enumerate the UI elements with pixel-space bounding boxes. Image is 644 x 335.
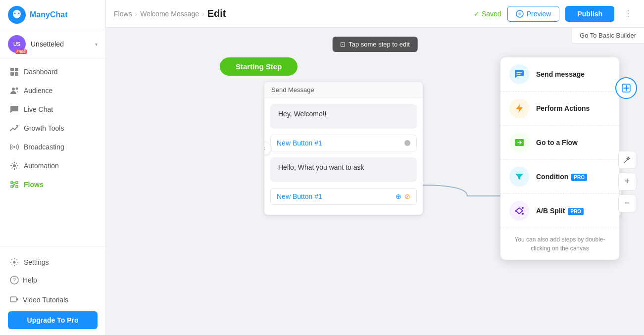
sidebar-item-settings[interactable]: Settings bbox=[8, 253, 98, 272]
more-options-button[interactable]: ⋮ bbox=[620, 6, 636, 22]
node-1-button-1[interactable]: New Button #1 bbox=[270, 135, 417, 151]
magic-wand-icon bbox=[623, 156, 631, 164]
panel-item-go-to-flow-label: Go to a Flow bbox=[536, 139, 578, 146]
video-icon bbox=[10, 295, 19, 304]
settings-icon bbox=[10, 258, 19, 267]
toolbar-zoom-out-button[interactable]: − bbox=[618, 194, 636, 212]
sidebar-item-help-label: Help bbox=[23, 276, 37, 284]
svg-point-21 bbox=[522, 207, 524, 209]
add-node-circle[interactable] bbox=[615, 77, 637, 99]
users-icon bbox=[10, 86, 19, 95]
panel-item-go-to-flow[interactable]: Go to a Flow bbox=[500, 126, 619, 160]
filter-icon bbox=[514, 171, 525, 182]
user-row[interactable]: US FREE Unsetteled ▾ bbox=[0, 30, 105, 58]
sidebar-item-growth-tools-label: Growth Tools bbox=[24, 124, 64, 132]
sidebar-item-help[interactable]: ? Help bbox=[8, 272, 98, 288]
ab-split-pro-badge: PRO bbox=[568, 208, 584, 215]
add-node-icon bbox=[621, 83, 631, 93]
tap-icon: ⊡ bbox=[340, 41, 346, 48]
help-icon: ? bbox=[10, 276, 19, 285]
automation-icon bbox=[10, 161, 19, 170]
panel-item-send-message[interactable]: Send message bbox=[500, 57, 619, 92]
node-1-header: Send Message bbox=[264, 82, 423, 98]
growth-icon bbox=[10, 124, 19, 133]
preview-label: Preview bbox=[527, 10, 551, 18]
sidebar-item-growth-tools[interactable]: Growth Tools bbox=[0, 119, 105, 138]
upgrade-button[interactable]: Upgrade To Pro bbox=[8, 311, 98, 329]
sidebar-item-flows[interactable]: Flows bbox=[0, 175, 105, 194]
message-bubble-icon bbox=[514, 69, 525, 80]
ellipsis-icon: ⋮ bbox=[624, 9, 632, 18]
breadcrumb-flows[interactable]: Flows bbox=[114, 10, 132, 18]
node-1-bubble-2: Hello, What you want to ask bbox=[270, 157, 417, 182]
sidebar-item-broadcasting-label: Broadcasting bbox=[24, 143, 64, 151]
manychat-logo-icon bbox=[8, 6, 26, 24]
saved-status: ✓ Saved bbox=[474, 10, 501, 18]
sidebar-item-video-tutorials[interactable]: Video Tutorials bbox=[8, 291, 98, 308]
svg-rect-6 bbox=[10, 72, 14, 76]
toolbar-add-button[interactable]: + bbox=[618, 173, 636, 191]
svg-point-2 bbox=[14, 13, 16, 14]
node-1-button-1-label: New Button #1 bbox=[277, 139, 322, 147]
basic-builder-button[interactable]: Go To Basic Builder bbox=[571, 28, 644, 44]
sidebar-item-dashboard[interactable]: Dashboard bbox=[0, 62, 105, 81]
sidebar-item-live-chat[interactable]: Live Chat bbox=[0, 100, 105, 119]
breadcrumb-sep-1: › bbox=[135, 10, 138, 18]
arrow-right-box-icon bbox=[514, 137, 525, 148]
saved-label: Saved bbox=[482, 10, 501, 18]
header-actions: ✓ Saved Preview Publish ⋮ bbox=[474, 6, 636, 22]
sidebar-item-dashboard-label: Dashboard bbox=[24, 68, 58, 76]
svg-text:?: ? bbox=[13, 278, 16, 283]
panel-item-condition[interactable]: ConditionPRO bbox=[500, 160, 619, 194]
sidebar-logo[interactable]: ManyChat bbox=[0, 0, 105, 30]
send-message-node-1[interactable]: Send Message Hey, Welcome!! New Button #… bbox=[264, 82, 423, 215]
panel-item-perform-actions[interactable]: Perform Actions bbox=[500, 92, 619, 126]
lightning-icon bbox=[514, 103, 525, 114]
sidebar-item-audience-label: Audience bbox=[24, 87, 52, 95]
sidebar-bottom: Settings ? Help Video Tutorials Upgrade … bbox=[0, 246, 105, 335]
ab-split-icon bbox=[514, 205, 525, 216]
node-1-button-2-icons: ⊕ ⊘ bbox=[396, 192, 410, 200]
svg-point-18 bbox=[518, 12, 521, 15]
publish-button[interactable]: Publish bbox=[565, 6, 614, 22]
panel-item-ab-split[interactable]: A/B SplitPRO bbox=[500, 194, 619, 228]
svg-point-13 bbox=[13, 261, 16, 264]
go-to-flow-icon-wrap bbox=[509, 133, 529, 152]
svg-rect-16 bbox=[10, 297, 16, 302]
canvas-toolbar: + − bbox=[618, 151, 636, 212]
sidebar: ManyChat US FREE Unsetteled ▾ Dashboard … bbox=[0, 0, 106, 335]
svg-point-10 bbox=[13, 146, 15, 148]
condition-icon-wrap bbox=[509, 167, 529, 187]
sidebar-item-automation-label: Automation bbox=[24, 162, 59, 170]
sidebar-item-live-chat-label: Live Chat bbox=[24, 105, 53, 113]
node-1-button-2[interactable]: New Button #1 ⊕ ⊘ bbox=[270, 188, 417, 205]
sidebar-item-settings-label: Settings bbox=[24, 258, 49, 266]
sidebar-item-automation[interactable]: Automation bbox=[0, 156, 105, 175]
preview-icon bbox=[516, 10, 524, 18]
toolbar-magic-button[interactable] bbox=[618, 151, 636, 169]
svg-point-9 bbox=[16, 88, 18, 90]
svg-rect-5 bbox=[15, 68, 18, 71]
free-badge: FREE bbox=[15, 49, 27, 54]
breadcrumb-welcome[interactable]: Welcome Message bbox=[140, 10, 199, 18]
breadcrumb-sep-2: › bbox=[202, 10, 204, 18]
node-1-button-1-connector[interactable] bbox=[404, 140, 410, 146]
send-message-icon-wrap bbox=[509, 64, 529, 84]
grid-icon bbox=[10, 67, 19, 76]
svg-point-22 bbox=[522, 213, 524, 215]
panel-item-send-message-label: Send message bbox=[536, 70, 585, 78]
preview-button[interactable]: Preview bbox=[507, 6, 560, 22]
svg-rect-12 bbox=[11, 182, 13, 184]
svg-point-8 bbox=[12, 88, 15, 91]
tap-hint-text: Tap some step to edit bbox=[348, 41, 410, 48]
sidebar-item-audience[interactable]: Audience bbox=[0, 81, 105, 100]
avatar: US FREE bbox=[8, 35, 26, 53]
svg-point-3 bbox=[18, 13, 20, 14]
sidebar-item-broadcasting[interactable]: Broadcasting bbox=[0, 138, 105, 156]
starting-step: Starting Step bbox=[220, 57, 297, 76]
breadcrumb-edit: Edit bbox=[207, 8, 226, 19]
sidebar-item-flows-label: Flows bbox=[24, 181, 44, 189]
canvas: ⊡ Tap some step to edit Go To Basic Buil… bbox=[106, 28, 644, 335]
step-panel: Send message Perform Actions Go to a Flo… bbox=[500, 57, 619, 260]
perform-actions-icon-wrap bbox=[509, 98, 529, 118]
